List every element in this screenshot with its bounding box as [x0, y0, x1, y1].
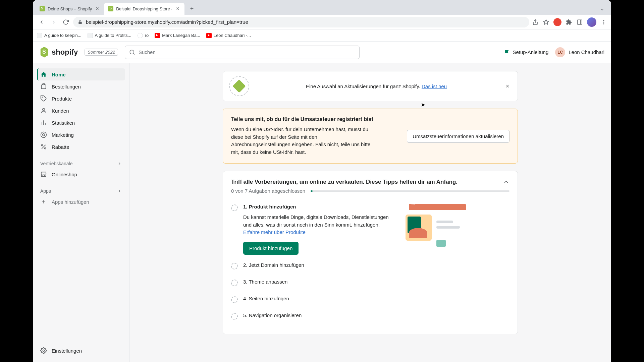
setup-task[interactable]: 3. Theme anpassen	[231, 274, 509, 291]
extensions-icon[interactable]	[566, 19, 572, 25]
task-title: 3. Theme anpassen	[243, 279, 287, 286]
plus-icon	[40, 198, 47, 205]
analytics-icon	[40, 119, 47, 126]
bookmark-item[interactable]: A guide to Profits...	[88, 33, 131, 38]
banner-close-button[interactable]: ×	[503, 82, 512, 90]
setup-task[interactable]: 2. Jetzt Domain hinzufügen	[231, 257, 509, 274]
tab-close-icon[interactable]: ×	[95, 6, 100, 11]
extension-badge-icon[interactable]	[553, 18, 561, 26]
setup-task[interactable]: 1. Produkt hinzufügen Du kannst materiel…	[231, 201, 509, 257]
sidebar-item-customers[interactable]: Kunden	[37, 105, 125, 117]
setup-guide-link[interactable]: Setup-Anleitung	[504, 49, 548, 55]
bookmark-item[interactable]: Mark Lanegan Ba...	[155, 33, 200, 38]
bookmark-item[interactable]: ro	[138, 33, 149, 38]
svg-rect-9	[41, 85, 46, 89]
doc-icon	[88, 33, 93, 38]
search-icon	[129, 49, 135, 55]
nav-reload-button[interactable]	[61, 17, 70, 27]
task-learn-more-link[interactable]: Erfahre mehr über Produkte	[243, 229, 306, 235]
sidebar-item-settings[interactable]: Einstellungen	[37, 345, 125, 357]
products-icon	[40, 95, 47, 102]
sidebar-section-apps[interactable]: Apps	[37, 186, 125, 196]
browser-tab-active[interactable]: Beispiel Dropshipping Store · ×	[104, 3, 184, 15]
banner-link[interactable]: Das ist neu	[422, 83, 447, 89]
bookmark-item[interactable]: Leon Chaudhari -...	[206, 33, 251, 38]
sidebar-item-discounts[interactable]: Rabatte	[37, 141, 125, 153]
discounts-icon	[40, 143, 47, 150]
sidebar: Home Bestellungen Produkte Kunden Statis…	[33, 63, 129, 362]
task-title: 2. Jetzt Domain hinzufügen	[243, 262, 304, 269]
profile-avatar[interactable]	[587, 17, 596, 27]
sidebar-item-onlineshop[interactable]: Onlineshop	[37, 168, 125, 180]
marketing-icon	[40, 131, 47, 138]
bookmarks-bar: A guide to keepin... A guide to Profits.…	[33, 29, 611, 42]
svg-point-15	[41, 132, 47, 138]
tab-title: Deine Shops – Shopify	[48, 6, 92, 11]
chevron-right-icon	[117, 161, 122, 166]
task-title: 1. Produkt hinzufügen	[243, 204, 397, 209]
url-text: beispiel-dropshipping-store.myshopify.co…	[86, 19, 248, 25]
sidebar-section-channels[interactable]: Vertriebskanäle	[37, 159, 125, 168]
user-menu[interactable]: LC Leon Chaudhari	[555, 47, 604, 57]
youtube-icon	[155, 33, 160, 38]
svg-point-19	[45, 148, 46, 149]
sidebar-add-apps[interactable]: Apps hinzufügen	[37, 196, 125, 208]
svg-point-16	[43, 134, 45, 136]
browser-tab[interactable]: Deine Shops – Shopify ×	[36, 3, 104, 15]
progress-text: 0 von 7 Aufgaben abgeschlossen	[231, 188, 305, 194]
collapse-button[interactable]	[503, 179, 509, 185]
banner-text: Eine Auswahl an Aktualisierungen für gan…	[255, 83, 498, 89]
svg-line-8	[133, 53, 134, 54]
svg-point-22	[43, 350, 45, 352]
browser-tabs-bar: Deine Shops – Shopify × Beispiel Dropshi…	[33, 0, 611, 15]
nav-back-button[interactable]	[37, 17, 46, 27]
chevron-right-icon	[117, 189, 122, 193]
edition-badge[interactable]: Sommer 2022	[85, 49, 118, 56]
store-icon	[40, 171, 47, 178]
svg-point-7	[130, 50, 134, 54]
setup-task[interactable]: 5. Navigation organisieren	[231, 308, 509, 324]
favicon-shopify-icon	[40, 6, 45, 11]
add-product-button[interactable]: Produkt hinzufügen	[243, 242, 299, 255]
search-placeholder: Suchen	[139, 49, 156, 55]
flag-icon	[504, 49, 510, 55]
tax-card-title: Teile uns mit, ob du für die Umsatzsteue…	[231, 116, 375, 122]
sidebar-item-products[interactable]: Produkte	[37, 93, 125, 105]
bookmark-star-icon[interactable]	[543, 19, 549, 25]
url-field[interactable]: beispiel-dropshipping-store.myshopify.co…	[73, 17, 529, 27]
update-tax-button[interactable]: Umsatzsteuerinformationen aktualisieren	[407, 130, 509, 143]
svg-point-5	[603, 21, 604, 22]
tab-title: Beispiel Dropshipping Store ·	[116, 6, 172, 11]
svg-point-18	[41, 144, 43, 146]
tab-close-icon[interactable]: ×	[175, 6, 180, 11]
new-tab-button[interactable]: +	[187, 4, 197, 13]
share-icon[interactable]	[532, 19, 539, 25]
svg-marker-1	[544, 19, 549, 24]
gear-icon	[40, 347, 47, 354]
sidebar-item-marketing[interactable]: Marketing	[37, 129, 125, 141]
tax-card-description: Wenn du eine USt-IdNr. für dein Unterneh…	[231, 126, 375, 156]
sidebar-item-analytics[interactable]: Statistiken	[37, 117, 125, 129]
task-title: 5. Navigation organisieren	[243, 312, 302, 320]
task-bullet-icon	[231, 296, 238, 303]
sidepanel-icon[interactable]	[576, 19, 583, 25]
task-bullet-icon	[231, 313, 238, 320]
sidebar-item-home[interactable]: Home	[37, 68, 125, 80]
nav-forward-button[interactable]	[49, 17, 58, 27]
youtube-icon	[206, 33, 212, 38]
shopify-header: shopify Sommer 2022 Suchen Setup-Anleitu…	[33, 42, 611, 63]
tabs-dropdown-icon[interactable]	[596, 7, 608, 12]
shopify-logo-icon	[40, 47, 49, 58]
setup-task[interactable]: 4. Seiten hinzufügen	[231, 291, 509, 308]
home-icon	[40, 71, 47, 78]
shopify-logo[interactable]: shopify	[40, 47, 78, 58]
sidebar-item-orders[interactable]: Bestellungen	[37, 80, 125, 93]
bookmark-item[interactable]: A guide to keepin...	[37, 33, 82, 38]
svg-point-10	[42, 97, 43, 98]
search-input[interactable]: Suchen	[125, 46, 360, 59]
progress-bar	[311, 190, 509, 192]
logo-text: shopify	[52, 48, 78, 57]
browser-menu-icon[interactable]	[600, 19, 607, 25]
task-description: Du kannst materielle Dinge, digitale Dow…	[243, 214, 397, 236]
task-bullet-icon	[231, 263, 238, 269]
